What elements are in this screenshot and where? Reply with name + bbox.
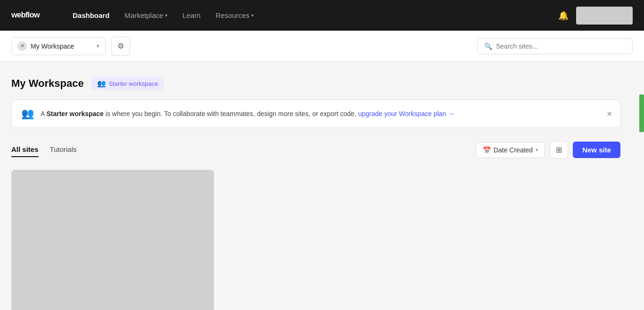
search-box: 🔍: [477, 38, 633, 54]
sort-label: Date Created: [494, 146, 533, 154]
nav-dashboard[interactable]: Dashboard: [73, 11, 109, 19]
tab-all-sites[interactable]: All sites: [11, 142, 39, 157]
info-banner-text: A Starter workspace is where you begin. …: [41, 110, 611, 117]
sort-chevron-icon: ▾: [536, 147, 538, 152]
scroll-indicator[interactable]: [639, 94, 644, 132]
search-input[interactable]: [496, 42, 626, 50]
banner-people-icon: 👥: [21, 108, 34, 120]
settings-button[interactable]: ⚙: [111, 37, 130, 56]
site-card[interactable]: [11, 170, 214, 310]
new-site-button[interactable]: New site: [573, 142, 620, 158]
calendar-icon: 📅: [483, 146, 491, 154]
navbar: webflow Dashboard Marketplace ▾ Learn Re…: [0, 0, 644, 31]
workspace-chevron-icon: ▾: [97, 43, 99, 49]
toolbar: ✕ My Workspace ▾ ⚙ 🔍: [0, 31, 644, 62]
sites-grid: [11, 170, 620, 310]
banner-close-button[interactable]: ✕: [606, 109, 612, 118]
page-title: My Workspace: [11, 77, 84, 90]
grid-icon: ⊞: [556, 145, 562, 154]
tabs-controls: 📅 Date Created ▾ ⊞ New site: [476, 141, 620, 159]
logo: webflow: [11, 8, 54, 24]
search-icon: 🔍: [484, 42, 492, 50]
avatar: [576, 7, 633, 25]
resources-chevron-icon: ▾: [251, 13, 254, 18]
nav-marketplace[interactable]: Marketplace ▾: [124, 11, 167, 19]
starter-badge-label: Starter workspace: [109, 80, 158, 87]
grid-toggle-button[interactable]: ⊞: [550, 141, 568, 159]
close-icon: ✕: [606, 110, 612, 118]
nav-learn[interactable]: Learn: [182, 11, 200, 19]
nav-resources[interactable]: Resources ▾: [215, 11, 254, 19]
info-banner: 👥 A Starter workspace is where you begin…: [11, 100, 620, 128]
starter-badge: 👥 Starter workspace: [91, 77, 164, 90]
workspace-close-icon[interactable]: ✕: [17, 42, 27, 51]
workspace-selector[interactable]: ✕ My Workspace ▾: [11, 37, 106, 55]
svg-text:webflow: webflow: [11, 10, 40, 18]
navbar-right: 🔔: [558, 7, 633, 25]
bell-icon[interactable]: 🔔: [558, 10, 569, 21]
workspace-name-label: My Workspace: [31, 42, 93, 50]
people-icon: 👥: [97, 79, 106, 88]
sort-button[interactable]: 📅 Date Created ▾: [476, 142, 545, 158]
tab-tutorials[interactable]: Tutorials: [50, 142, 77, 157]
marketplace-chevron-icon: ▾: [165, 13, 167, 18]
page-header: My Workspace 👥 Starter workspace: [11, 77, 620, 90]
main-content: My Workspace 👥 Starter workspace 👥 A Sta…: [0, 62, 632, 310]
gear-icon: ⚙: [117, 42, 124, 50]
upgrade-link[interactable]: upgrade your Workspace plan →: [358, 110, 454, 117]
tabs-bar: All sites Tutorials 📅 Date Created ▾ ⊞ N…: [11, 141, 620, 159]
